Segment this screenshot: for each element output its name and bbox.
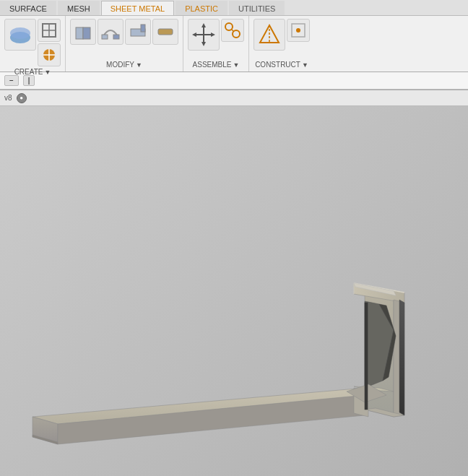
- tab-utilities-label: UTILITIES: [238, 4, 275, 13]
- tab-sheet-metal-label: SHEET METAL: [110, 4, 165, 13]
- svg-marker-20: [211, 33, 215, 37]
- construct-group: CONSTRUCT ▼: [249, 16, 314, 72]
- assemble-label[interactable]: ASSEMBLE ▼: [193, 59, 240, 69]
- sub-btn-minus[interactable]: −: [4, 75, 19, 86]
- assemble-move-btn[interactable]: [188, 19, 220, 51]
- construct-label[interactable]: CONSTRUCT ▼: [255, 59, 308, 69]
- version-dot[interactable]: ●: [17, 93, 27, 103]
- modify-arrow: ▼: [136, 61, 142, 69]
- svg-point-27: [296, 28, 300, 33]
- svg-rect-14: [158, 29, 173, 35]
- create-btn-1[interactable]: [38, 19, 61, 42]
- assemble-arrow: ▼: [233, 61, 240, 69]
- construct-arrow: ▼: [302, 61, 308, 69]
- tab-surface-label: SURFACE: [9, 4, 47, 13]
- svg-marker-19: [192, 33, 196, 37]
- model-area: [0, 106, 468, 476]
- tab-plastic-label: PLASTIC: [185, 4, 218, 13]
- version-label: v8: [4, 94, 12, 102]
- svg-rect-8: [76, 27, 83, 39]
- svg-rect-13: [141, 25, 145, 32]
- modify-label[interactable]: MODIFY ▼: [106, 59, 142, 69]
- svg-marker-17: [202, 23, 206, 27]
- create-btn-2[interactable]: [38, 43, 61, 66]
- button-row: CREATE ▼: [0, 16, 468, 72]
- svg-rect-9: [83, 27, 90, 39]
- modify-btn-3[interactable]: [152, 19, 178, 45]
- tab-mesh-label: MESH: [67, 4, 90, 13]
- create-main-button[interactable]: [4, 19, 36, 51]
- version-bar: v8 ●: [0, 90, 468, 106]
- construct-btn-1[interactable]: [254, 19, 285, 51]
- sub-toolbar: − |: [0, 72, 468, 90]
- sub-btn-pipe[interactable]: |: [23, 75, 35, 86]
- assemble-group: ASSEMBLE ▼: [183, 16, 249, 72]
- svg-point-1: [10, 27, 30, 39]
- tab-row: SURFACE MESH SHEET METAL PLASTIC UTILITI…: [0, 0, 468, 16]
- svg-marker-18: [202, 42, 206, 46]
- svg-marker-37: [399, 300, 404, 415]
- modify-btn-bend[interactable]: [98, 19, 124, 45]
- tab-surface[interactable]: SURFACE: [0, 1, 56, 15]
- svg-rect-10: [102, 35, 108, 39]
- svg-line-23: [231, 29, 234, 32]
- assemble-joint-btn[interactable]: [221, 19, 244, 42]
- tab-utilities[interactable]: UTILITIES: [229, 1, 285, 15]
- svg-rect-11: [113, 35, 119, 39]
- construct-btn-2[interactable]: [287, 19, 310, 42]
- modify-group: MODIFY ▼: [66, 16, 183, 72]
- tab-sheet-metal[interactable]: SHEET METAL: [101, 1, 174, 15]
- modify-btn-unfold[interactable]: [70, 19, 96, 45]
- svg-rect-43: [365, 303, 368, 410]
- tab-mesh[interactable]: MESH: [58, 1, 100, 15]
- modify-btn-flange[interactable]: [125, 19, 151, 45]
- viewport[interactable]: [0, 106, 468, 476]
- create-arrow: ▼: [44, 69, 51, 76]
- tab-plastic[interactable]: PLASTIC: [176, 1, 228, 15]
- create-group: CREATE ▼: [0, 16, 66, 72]
